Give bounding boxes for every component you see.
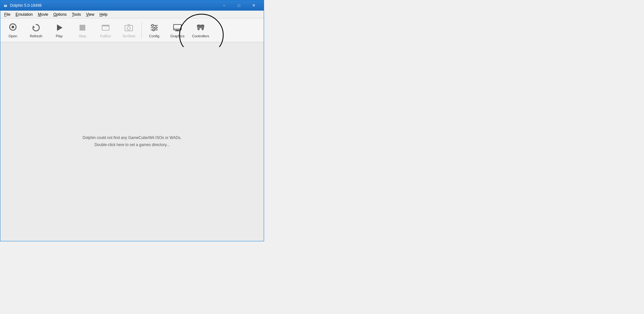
graphics-label: Graphics [170, 34, 185, 38]
title-bar-text: Dolphin 5.0-18498 [10, 3, 217, 8]
svg-rect-24 [198, 27, 200, 28]
svg-point-25 [202, 26, 203, 27]
fullscr-icon [100, 23, 111, 33]
refresh-button[interactable]: Refresh [25, 20, 47, 41]
play-icon [54, 23, 64, 33]
main-window: Dolphin 5.0-18498 − □ ✕ File Emulation M… [0, 0, 264, 241]
svg-point-18 [153, 29, 155, 31]
menu-movie[interactable]: Movie [35, 12, 51, 17]
minimize-button[interactable]: − [217, 0, 232, 11]
open-icon [8, 23, 18, 33]
menu-tools[interactable]: Tools [69, 12, 83, 17]
play-label: Play [56, 34, 62, 38]
graphics-icon [172, 23, 183, 33]
svg-marker-6 [57, 24, 62, 31]
controllers-icon [195, 23, 206, 33]
toolbar: Open Refresh Play [0, 18, 264, 42]
menu-options[interactable]: Options [51, 12, 69, 17]
close-button[interactable]: ✕ [246, 0, 261, 11]
empty-line2: Double-click here to set a games directo… [82, 142, 181, 149]
empty-message: Dolphin could not find any GameCube/Wii … [82, 134, 181, 148]
fullscr-button[interactable]: FullScr [94, 20, 117, 41]
svg-point-30 [201, 28, 203, 29]
config-label: Config [149, 34, 159, 38]
svg-rect-9 [102, 25, 109, 26]
scrshot-button[interactable]: ScrShot [118, 20, 140, 41]
svg-point-16 [155, 27, 157, 29]
open-label: Open [9, 34, 17, 38]
title-bar: Dolphin 5.0-18498 − □ ✕ [0, 0, 264, 11]
empty-line1: Dolphin could not find any GameCube/Wii … [82, 134, 181, 142]
menu-emulation[interactable]: Emulation [13, 12, 35, 17]
restore-button[interactable]: □ [232, 0, 246, 11]
config-button[interactable]: Config [143, 20, 166, 41]
scrshot-label: ScrShot [122, 34, 135, 38]
refresh-icon [31, 23, 41, 33]
scrshot-icon [124, 23, 134, 33]
open-button[interactable]: Open [2, 20, 24, 41]
menu-view[interactable]: View [83, 12, 97, 17]
svg-rect-31 [200, 26, 201, 27]
menu-file[interactable]: File [2, 12, 13, 17]
svg-point-11 [127, 27, 130, 30]
stop-button[interactable]: Stop [71, 20, 94, 41]
graphics-button[interactable]: Graphics [166, 20, 189, 41]
toolbar-separator [141, 22, 142, 38]
menu-bar: File Emulation Movie Options Tools View … [0, 11, 264, 18]
svg-point-14 [152, 24, 154, 26]
controllers-label: Controllers [192, 34, 209, 38]
svg-point-29 [199, 28, 200, 29]
svg-marker-5 [33, 25, 35, 28]
svg-point-4 [12, 26, 14, 28]
svg-point-26 [203, 27, 204, 28]
app-icon [3, 3, 8, 8]
svg-point-2 [6, 5, 6, 5]
main-content[interactable]: Dolphin could not find any GameCube/Wii … [0, 42, 264, 241]
controllers-button[interactable]: Controllers [189, 20, 212, 41]
play-button[interactable]: Play [48, 20, 71, 41]
svg-rect-7 [80, 25, 85, 31]
config-icon [149, 23, 159, 33]
stop-icon [77, 23, 88, 33]
menu-help[interactable]: Help [97, 12, 110, 17]
fullscr-label: FullScr [100, 34, 111, 38]
refresh-label: Refresh [30, 34, 43, 38]
stop-label: Stop [79, 34, 86, 38]
title-bar-controls: − □ ✕ [217, 0, 261, 11]
svg-rect-12 [128, 24, 130, 26]
